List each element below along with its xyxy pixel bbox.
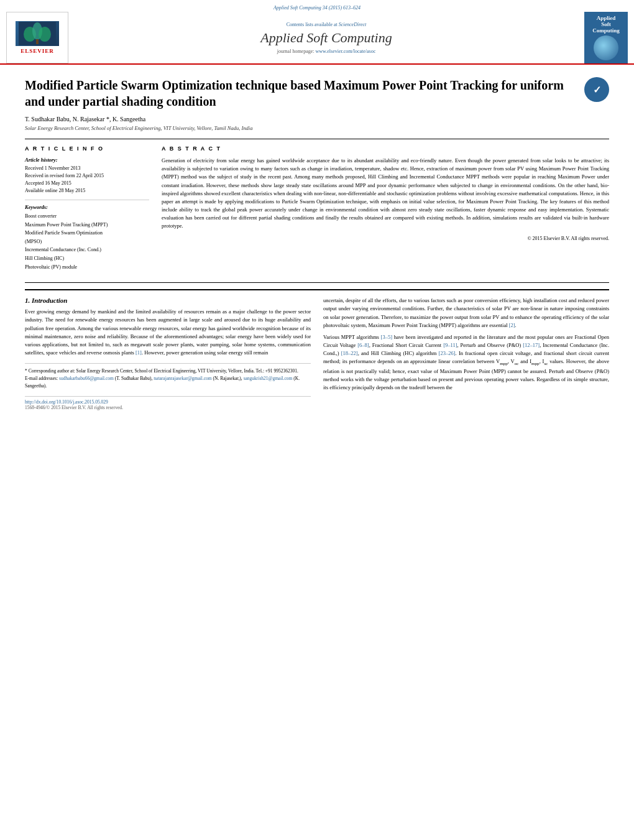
ref-1[interactable]: [1]	[136, 349, 142, 356]
affiliation: Solar Energy Research Center, School of …	[25, 125, 609, 131]
ref-18-22[interactable]: [18–22]	[341, 350, 358, 356]
page-footer: http://dx.doi.org/10.1016/j.asoc.2015.05…	[25, 396, 311, 410]
svg-text:✓: ✓	[593, 85, 601, 95]
keyword-5: Incremental Conductance (Inc. Cond.)	[25, 246, 149, 254]
keywords-label: Keywords:	[25, 204, 149, 210]
article-info-col: A R T I C L E I N F O Article history: R…	[25, 145, 149, 276]
keywords-list: Boost converter Maximum Power Point Trac…	[25, 212, 149, 271]
ref-2[interactable]: [2]	[509, 322, 515, 328]
email-addresses: E-mail addresses: sudhakarbabu66@gmail.c…	[25, 375, 311, 390]
ref-23-26[interactable]: [23–26]	[439, 350, 456, 356]
article-info-label: A R T I C L E I N F O	[25, 145, 149, 152]
ref-6-8[interactable]: [6–8]	[357, 342, 369, 348]
article-title-area: Modified Particle Swarm Optimization tec…	[25, 77, 609, 109]
svg-rect-4	[36, 39, 39, 44]
tracking-word: Tracking	[419, 322, 438, 328]
keyword-6: Hill Climbing (HC)	[25, 254, 149, 263]
elsevier-image	[16, 21, 59, 46]
history-label: Article history:	[25, 157, 149, 163]
body-content: 1. Introduction Ever growing energy dema…	[25, 289, 609, 410]
abstract-text: Generation of electricity from solar ene…	[162, 157, 609, 231]
email2-name: (N. Rajasekar,),	[213, 376, 242, 381]
journal-badge: AppliedSoftComputing	[584, 12, 628, 63]
body-right-para1: uncertain, despite of all the efforts, d…	[323, 297, 609, 330]
abstract-col: A B S T R A C T Generation of electricit…	[162, 145, 609, 276]
body-left-para1: Ever growing energy demand by mankind an…	[25, 308, 311, 357]
info-divider	[25, 200, 149, 200]
corresponding-author: * Corresponding author at: Solar Energy …	[25, 367, 311, 375]
body-right: uncertain, despite of all the efforts, d…	[323, 297, 609, 410]
sciencedirect-link[interactable]: ScienceDirect	[339, 22, 367, 27]
article-title: Modified Particle Swarm Optimization tec…	[25, 77, 575, 109]
badge-title: AppliedSoftComputing	[592, 15, 620, 34]
ref-12-17[interactable]: [12–17]	[523, 342, 540, 348]
citation-text: Applied Soft Computing 34 (2015) 613–624	[273, 5, 361, 11]
authors: T. Sudhakar Babu, N. Rajasekar *, K. San…	[25, 116, 609, 122]
elsevier-logo: ELSEVIER	[6, 12, 68, 63]
accepted-date: Accepted 16 May 2015	[25, 180, 149, 187]
citation-line: Applied Soft Computing 34 (2015) 613–624	[0, 4, 634, 12]
authors-text: T. Sudhakar Babu, N. Rajasekar *, K. San…	[25, 116, 145, 122]
badge-image	[594, 35, 618, 60]
footnotes: * Corresponding author at: Solar Energy …	[25, 363, 311, 390]
svg-point-3	[39, 27, 51, 42]
email-label: E-mail addresses:	[25, 376, 58, 381]
keyword-1: Boost converter	[25, 212, 149, 221]
homepage-url[interactable]: www.elsevier.com/locate/asoc	[315, 48, 375, 54]
history-block: Article history: Received 1 November 201…	[25, 157, 149, 195]
header-top: ELSEVIER Contents lists available at Sci…	[0, 12, 634, 63]
issn: 1568-4946/© 2015 Elsevier B.V. All right…	[25, 405, 311, 410]
ref-9-11[interactable]: [9–11]	[443, 342, 457, 348]
keyword-3: Modified Particle Swarm Optimization	[25, 229, 149, 238]
available-date: Available online 28 May 2015	[25, 187, 149, 195]
keyword-4: (MPSO)	[25, 238, 149, 246]
elsevier-text: ELSEVIER	[21, 48, 54, 54]
header-center: Contents lists available at ScienceDirec…	[68, 12, 584, 63]
crossmark-icon: ✓	[584, 77, 609, 102]
keyword-2: Maximum Power Point Tracking (MPPT)	[25, 221, 149, 229]
email1-name: (T. Sudhakar Babu),	[115, 376, 153, 381]
main-content: Modified Particle Swarm Optimization tec…	[0, 65, 634, 417]
received-date: Received 1 November 2013	[25, 165, 149, 172]
received-revised-date: Received in revised form 22 April 2015	[25, 172, 149, 180]
keyword-7: Photovoltaic (PV) module	[25, 263, 149, 272]
body-two-col: 1. Introduction Ever growing energy dema…	[25, 297, 609, 410]
article-info-abstract: A R T I C L E I N F O Article history: R…	[25, 139, 609, 283]
contents-line: Contents lists available at ScienceDirec…	[287, 22, 367, 27]
journal-homepage: journal homepage: www.elsevier.com/locat…	[277, 48, 376, 54]
journal-title: Applied Soft Computing	[260, 30, 392, 46]
email2-link[interactable]: natarajanrajasekar@gmail.com	[154, 376, 211, 381]
email1-link[interactable]: sudhakarbabu66@gmail.com	[59, 376, 114, 381]
copyright: © 2015 Elsevier B.V. All rights reserved…	[162, 236, 609, 241]
doi-link[interactable]: http://dx.doi.org/10.1016/j.asoc.2015.05…	[25, 399, 311, 405]
keywords-block: Keywords: Boost converter Maximum Power …	[25, 204, 149, 271]
email3-link[interactable]: sangukrish21@gmail.com	[244, 376, 293, 381]
crossmark: ✓	[584, 77, 609, 102]
section1-title: 1. Introduction	[25, 297, 311, 304]
body-left: 1. Introduction Ever growing energy dema…	[25, 297, 311, 410]
body-right-para2: Various MPPT algorithms [3–5] have been …	[323, 333, 609, 392]
ref-3-5[interactable]: [3–5]	[381, 334, 392, 340]
abstract-label: A B S T R A C T	[162, 145, 609, 152]
page-header: Applied Soft Computing 34 (2015) 613–624…	[0, 0, 634, 65]
